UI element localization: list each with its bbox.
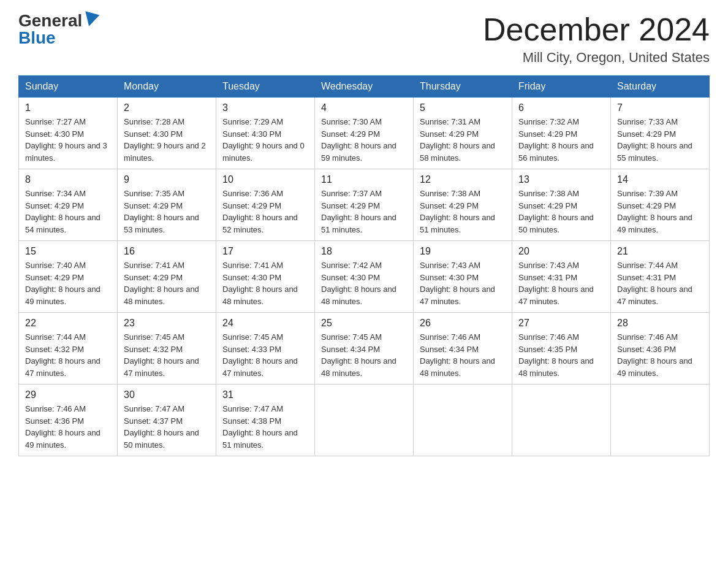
- calendar-week-row: 22Sunrise: 7:44 AMSunset: 4:32 PMDayligh…: [19, 313, 710, 385]
- calendar-cell: 6Sunrise: 7:32 AMSunset: 4:29 PMDaylight…: [512, 98, 611, 169]
- day-number: 13: [518, 174, 604, 185]
- day-number: 1: [25, 102, 111, 113]
- day-number: 17: [222, 246, 308, 257]
- day-info: Sunrise: 7:30 AMSunset: 4:29 PMDaylight:…: [321, 117, 396, 163]
- day-number: 12: [420, 174, 506, 185]
- column-header-sunday: Sunday: [19, 76, 118, 98]
- calendar-cell: 19Sunrise: 7:43 AMSunset: 4:30 PMDayligh…: [414, 241, 512, 313]
- day-info: Sunrise: 7:27 AMSunset: 4:30 PMDaylight:…: [25, 117, 107, 163]
- page-header: General Blue December 2024 Mill City, Or…: [18, 12, 710, 66]
- day-info: Sunrise: 7:40 AMSunset: 4:29 PMDaylight:…: [25, 261, 100, 306]
- calendar-cell: 28Sunrise: 7:46 AMSunset: 4:36 PMDayligh…: [611, 313, 710, 385]
- day-info: Sunrise: 7:42 AMSunset: 4:30 PMDaylight:…: [321, 261, 396, 306]
- calendar-header-row: SundayMondayTuesdayWednesdayThursdayFrid…: [19, 76, 710, 98]
- day-number: 23: [124, 318, 210, 329]
- month-title: December 2024: [483, 12, 710, 47]
- calendar-cell: 11Sunrise: 7:37 AMSunset: 4:29 PMDayligh…: [315, 169, 414, 241]
- day-number: 15: [25, 246, 111, 257]
- day-info: Sunrise: 7:46 AMSunset: 4:34 PMDaylight:…: [420, 332, 495, 378]
- day-info: Sunrise: 7:41 AMSunset: 4:29 PMDaylight:…: [124, 261, 199, 306]
- day-number: 3: [222, 102, 308, 113]
- day-number: 28: [617, 318, 703, 329]
- day-number: 5: [420, 102, 506, 113]
- calendar-cell: 1Sunrise: 7:27 AMSunset: 4:30 PMDaylight…: [19, 98, 118, 169]
- column-header-monday: Monday: [118, 76, 216, 98]
- day-info: Sunrise: 7:31 AMSunset: 4:29 PMDaylight:…: [420, 117, 495, 163]
- day-number: 9: [124, 174, 210, 185]
- day-info: Sunrise: 7:38 AMSunset: 4:29 PMDaylight:…: [518, 189, 594, 234]
- calendar-cell: 9Sunrise: 7:35 AMSunset: 4:29 PMDaylight…: [118, 169, 216, 241]
- day-number: 16: [124, 246, 210, 257]
- calendar-cell: [512, 385, 611, 456]
- day-number: 14: [617, 174, 703, 185]
- calendar-cell: 14Sunrise: 7:39 AMSunset: 4:29 PMDayligh…: [611, 169, 710, 241]
- day-info: Sunrise: 7:43 AMSunset: 4:31 PMDaylight:…: [518, 261, 594, 306]
- day-info: Sunrise: 7:39 AMSunset: 4:29 PMDaylight:…: [617, 189, 692, 234]
- calendar-cell: 20Sunrise: 7:43 AMSunset: 4:31 PMDayligh…: [512, 241, 611, 313]
- calendar-cell: 23Sunrise: 7:45 AMSunset: 4:32 PMDayligh…: [118, 313, 216, 385]
- day-number: 19: [420, 246, 506, 257]
- calendar-week-row: 15Sunrise: 7:40 AMSunset: 4:29 PMDayligh…: [19, 241, 710, 313]
- title-section: December 2024 Mill City, Oregon, United …: [483, 12, 710, 66]
- day-info: Sunrise: 7:44 AMSunset: 4:32 PMDaylight:…: [25, 332, 100, 378]
- logo-general-text: General: [18, 12, 82, 29]
- day-info: Sunrise: 7:45 AMSunset: 4:32 PMDaylight:…: [124, 332, 199, 378]
- calendar-week-row: 29Sunrise: 7:46 AMSunset: 4:36 PMDayligh…: [19, 385, 710, 456]
- calendar-cell: 3Sunrise: 7:29 AMSunset: 4:30 PMDaylight…: [216, 98, 315, 169]
- day-info: Sunrise: 7:46 AMSunset: 4:36 PMDaylight:…: [617, 332, 692, 378]
- day-number: 24: [222, 318, 308, 329]
- day-info: Sunrise: 7:46 AMSunset: 4:35 PMDaylight:…: [518, 332, 594, 378]
- day-number: 11: [321, 174, 407, 185]
- calendar-cell: 24Sunrise: 7:45 AMSunset: 4:33 PMDayligh…: [216, 313, 315, 385]
- day-number: 22: [25, 318, 111, 329]
- calendar-cell: [414, 385, 512, 456]
- day-info: Sunrise: 7:33 AMSunset: 4:29 PMDaylight:…: [617, 117, 692, 163]
- calendar-table: SundayMondayTuesdayWednesdayThursdayFrid…: [18, 75, 710, 456]
- calendar-cell: 4Sunrise: 7:30 AMSunset: 4:29 PMDaylight…: [315, 98, 414, 169]
- day-number: 10: [222, 174, 308, 185]
- calendar-week-row: 1Sunrise: 7:27 AMSunset: 4:30 PMDaylight…: [19, 98, 710, 169]
- day-info: Sunrise: 7:38 AMSunset: 4:29 PMDaylight:…: [420, 189, 495, 234]
- day-number: 27: [518, 318, 604, 329]
- day-number: 25: [321, 318, 407, 329]
- column-header-tuesday: Tuesday: [216, 76, 315, 98]
- day-info: Sunrise: 7:45 AMSunset: 4:33 PMDaylight:…: [222, 332, 298, 378]
- day-number: 30: [124, 389, 210, 400]
- day-info: Sunrise: 7:46 AMSunset: 4:36 PMDaylight:…: [25, 404, 100, 450]
- column-header-saturday: Saturday: [611, 76, 710, 98]
- calendar-cell: 8Sunrise: 7:34 AMSunset: 4:29 PMDaylight…: [19, 169, 118, 241]
- location-subtitle: Mill City, Oregon, United States: [483, 50, 710, 66]
- calendar-cell: 10Sunrise: 7:36 AMSunset: 4:29 PMDayligh…: [216, 169, 315, 241]
- calendar-cell: 13Sunrise: 7:38 AMSunset: 4:29 PMDayligh…: [512, 169, 611, 241]
- day-info: Sunrise: 7:28 AMSunset: 4:30 PMDaylight:…: [124, 117, 206, 163]
- calendar-cell: 30Sunrise: 7:47 AMSunset: 4:37 PMDayligh…: [118, 385, 216, 456]
- column-header-friday: Friday: [512, 76, 611, 98]
- calendar-cell: 7Sunrise: 7:33 AMSunset: 4:29 PMDaylight…: [611, 98, 710, 169]
- day-number: 29: [25, 389, 111, 400]
- calendar-cell: 18Sunrise: 7:42 AMSunset: 4:30 PMDayligh…: [315, 241, 414, 313]
- calendar-cell: [611, 385, 710, 456]
- calendar-cell: 29Sunrise: 7:46 AMSunset: 4:36 PMDayligh…: [19, 385, 118, 456]
- day-number: 8: [25, 174, 111, 185]
- day-info: Sunrise: 7:35 AMSunset: 4:29 PMDaylight:…: [124, 189, 199, 234]
- logo-triangle-icon: [82, 11, 100, 28]
- day-info: Sunrise: 7:37 AMSunset: 4:29 PMDaylight:…: [321, 189, 396, 234]
- calendar-cell: 25Sunrise: 7:45 AMSunset: 4:34 PMDayligh…: [315, 313, 414, 385]
- day-number: 18: [321, 246, 407, 257]
- column-header-wednesday: Wednesday: [315, 76, 414, 98]
- day-info: Sunrise: 7:32 AMSunset: 4:29 PMDaylight:…: [518, 117, 594, 163]
- day-number: 7: [617, 102, 703, 113]
- day-info: Sunrise: 7:45 AMSunset: 4:34 PMDaylight:…: [321, 332, 396, 378]
- day-info: Sunrise: 7:44 AMSunset: 4:31 PMDaylight:…: [617, 261, 692, 306]
- calendar-cell: 21Sunrise: 7:44 AMSunset: 4:31 PMDayligh…: [611, 241, 710, 313]
- day-number: 26: [420, 318, 506, 329]
- column-header-thursday: Thursday: [414, 76, 512, 98]
- calendar-cell: 26Sunrise: 7:46 AMSunset: 4:34 PMDayligh…: [414, 313, 512, 385]
- calendar-cell: 2Sunrise: 7:28 AMSunset: 4:30 PMDaylight…: [118, 98, 216, 169]
- calendar-cell: [315, 385, 414, 456]
- day-number: 2: [124, 102, 210, 113]
- calendar-cell: 5Sunrise: 7:31 AMSunset: 4:29 PMDaylight…: [414, 98, 512, 169]
- day-number: 31: [222, 389, 308, 400]
- day-number: 4: [321, 102, 407, 113]
- day-info: Sunrise: 7:43 AMSunset: 4:30 PMDaylight:…: [420, 261, 495, 306]
